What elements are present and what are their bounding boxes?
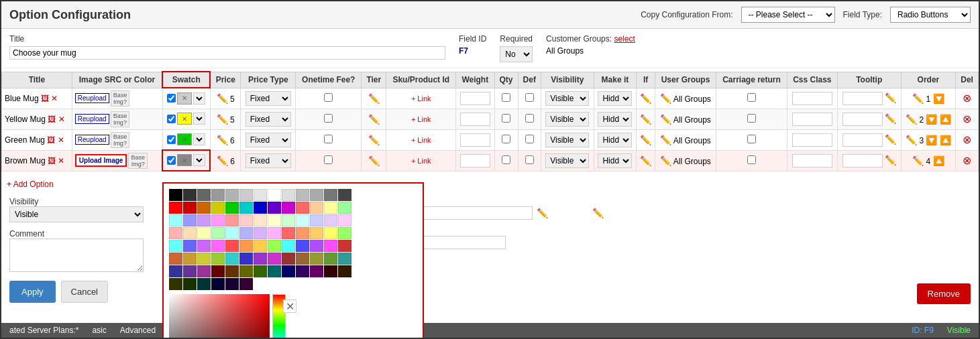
cssclass-row-input[interactable] <box>792 154 832 167</box>
color-swatch-cell[interactable] <box>197 214 211 226</box>
order-down-btn[interactable]: 🔽 <box>926 114 937 125</box>
color-swatch-cell[interactable] <box>225 278 239 290</box>
color-swatch-cell[interactable] <box>211 253 225 265</box>
order-up-btn[interactable]: 🔼 <box>940 135 951 145</box>
color-swatch-cell[interactable] <box>197 278 211 290</box>
swatch-dropdown[interactable]: ▼ <box>193 133 205 145</box>
tooltip-row-edit-icon[interactable]: ✏️ <box>885 92 896 103</box>
swatch-checkbox[interactable] <box>167 135 176 144</box>
color-swatch-cell[interactable] <box>225 265 239 277</box>
def-checkbox[interactable] <box>525 155 534 164</box>
qty-checkbox[interactable] <box>502 155 510 164</box>
color-swatch-cell[interactable] <box>324 214 337 226</box>
color-swatch-cell[interactable] <box>324 265 337 277</box>
color-swatch-cell[interactable] <box>197 189 211 201</box>
reupload-button[interactable]: Reupload <box>75 135 109 145</box>
color-swatch-cell[interactable] <box>268 214 281 226</box>
del-icon[interactable]: ⊗ <box>963 113 971 125</box>
field-type-select[interactable]: Radio Buttons <box>890 7 971 23</box>
makeit-select[interactable]: Hidd <box>598 91 632 106</box>
color-swatch-cell[interactable] <box>254 253 267 265</box>
color-swatch-cell[interactable] <box>183 278 197 290</box>
weight-input[interactable] <box>460 133 490 147</box>
color-swatch-cell[interactable] <box>254 240 267 252</box>
color-swatch-cell[interactable] <box>338 189 351 201</box>
color-swatch-cell[interactable] <box>282 253 295 265</box>
sku-link[interactable]: + Link <box>411 94 431 103</box>
color-swatch-cell[interactable] <box>282 214 295 226</box>
order-edit-icon[interactable]: ✏️ <box>912 155 924 166</box>
swatch-x-icon[interactable]: ✕ <box>177 113 192 125</box>
price-type-select[interactable]: Fixed Percent <box>246 91 291 106</box>
cssclass-row-input[interactable] <box>792 113 832 126</box>
tier-edit-icon[interactable]: ✏️ <box>368 93 380 104</box>
def-checkbox[interactable] <box>525 135 534 143</box>
color-swatch-cell[interactable] <box>310 189 323 201</box>
weight-input[interactable] <box>460 154 490 167</box>
price-type-select[interactable]: Fixed Percent <box>246 153 291 168</box>
base-img-button[interactable]: BaseImg? <box>111 90 130 107</box>
delete-row-icon[interactable]: ✕ <box>58 115 65 124</box>
cancel-button[interactable]: Cancel <box>61 281 108 303</box>
color-swatch-cell[interactable] <box>211 202 225 214</box>
color-swatch-cell[interactable] <box>225 214 239 226</box>
visibility-row-select[interactable]: Visible Hidden <box>545 153 589 168</box>
color-swatch-cell[interactable] <box>338 240 351 252</box>
color-swatch-cell[interactable] <box>183 240 197 252</box>
sku-link[interactable]: + Link <box>411 136 431 144</box>
color-swatch-cell[interactable] <box>310 240 323 252</box>
usergroups-edit-icon[interactable]: ✏️ <box>660 114 671 125</box>
color-swatch-cell[interactable] <box>296 240 309 252</box>
color-swatch-cell[interactable] <box>169 189 182 201</box>
color-swatch-cell[interactable] <box>338 214 351 226</box>
color-swatch-cell[interactable] <box>268 253 281 265</box>
if-edit-icon[interactable]: ✏️ <box>640 135 651 145</box>
color-swatch-cell[interactable] <box>225 202 239 214</box>
tooltip-row-input[interactable] <box>842 92 883 105</box>
color-swatch-cell[interactable] <box>169 227 182 239</box>
color-swatch-cell[interactable] <box>310 214 323 226</box>
reupload-button[interactable]: Reupload <box>75 93 109 103</box>
color-swatch-cell[interactable] <box>296 253 309 265</box>
color-swatch-cell[interactable] <box>183 214 197 226</box>
color-swatch-cell[interactable] <box>254 265 267 277</box>
color-swatch-cell[interactable] <box>310 227 323 239</box>
carriage-checkbox[interactable] <box>747 114 756 123</box>
swatch-x-icon[interactable]: ✕ <box>177 92 192 105</box>
tooltip-row-input[interactable] <box>842 133 883 147</box>
color-swatch-cell[interactable] <box>324 189 337 201</box>
base-img-button[interactable]: BaseImg? <box>128 153 148 169</box>
order-up-btn[interactable]: 🔼 <box>933 155 944 166</box>
visibility-row-select[interactable]: Visible Hidden <box>545 91 589 106</box>
color-swatch-cell[interactable] <box>211 214 225 226</box>
color-swatch-cell[interactable] <box>197 240 211 252</box>
onetime-checkbox[interactable] <box>324 135 333 143</box>
base-img-button[interactable]: BaseImg? <box>111 111 130 127</box>
del-icon[interactable]: ⊗ <box>963 155 971 166</box>
remove-img-icon[interactable]: 🖼 <box>48 115 56 124</box>
color-swatch-cell[interactable] <box>239 240 253 252</box>
del-icon[interactable]: ⊗ <box>963 134 971 145</box>
color-swatch-cell[interactable] <box>338 227 351 239</box>
usergroups-edit-icon[interactable]: ✏️ <box>660 155 671 166</box>
color-swatch-cell[interactable] <box>225 240 239 252</box>
color-swatch-cell[interactable] <box>225 189 239 201</box>
color-swatch-cell[interactable] <box>268 189 281 201</box>
color-swatch-cell[interactable] <box>324 253 337 265</box>
visibility-row-select[interactable]: Visible Hidden <box>545 133 589 147</box>
color-swatch-cell[interactable] <box>211 227 225 239</box>
swatch-x-icon[interactable]: ✕ <box>177 133 192 145</box>
order-down-btn[interactable]: 🔽 <box>933 93 944 104</box>
color-swatch-cell[interactable] <box>254 214 267 226</box>
copy-config-select[interactable]: -- Please Select -- <box>741 7 835 23</box>
color-picker-close-icon[interactable]: ✕ <box>283 299 296 313</box>
color-swatch-cell[interactable] <box>296 265 309 277</box>
makeit-select[interactable]: Hidd <box>598 112 632 127</box>
color-swatch-cell[interactable] <box>282 240 295 252</box>
upload-image-button[interactable]: Upload Image <box>75 154 127 167</box>
color-swatch-cell[interactable] <box>310 253 323 265</box>
color-swatch-cell[interactable] <box>268 227 281 239</box>
if-edit-icon[interactable]: ✏️ <box>640 155 651 166</box>
swatch-checkbox[interactable] <box>167 115 176 123</box>
delete-row-icon[interactable]: ✕ <box>58 156 64 165</box>
